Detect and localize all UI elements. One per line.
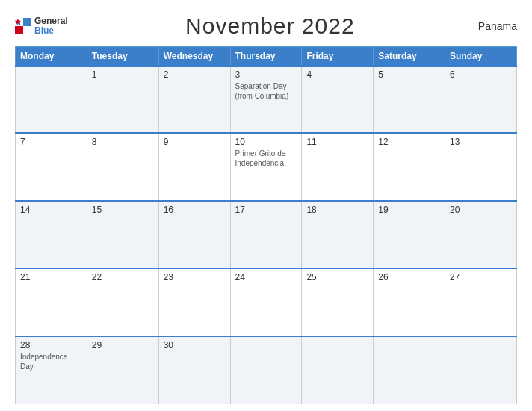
day-number: 27	[450, 272, 512, 282]
cell-w3-d7: 20	[445, 201, 517, 268]
cell-w2-d1: 7	[16, 133, 87, 200]
calendar-table: Monday Tuesday Wednesday Thursday Friday…	[15, 46, 517, 404]
country-label: Panama	[472, 20, 517, 32]
cell-w1-d6: 5	[374, 66, 445, 133]
day-number: 13	[450, 137, 512, 147]
cell-w3-d3: 16	[158, 201, 230, 268]
cell-w2-d5: 11	[302, 133, 374, 200]
cell-w2-d7: 13	[445, 133, 517, 200]
col-tuesday: Tuesday	[87, 47, 158, 67]
day-number: 28	[20, 340, 82, 350]
col-monday: Monday	[16, 47, 87, 67]
svg-rect-3	[23, 26, 31, 34]
holiday-label: Separation Day (from Columbia)	[235, 81, 297, 101]
calendar-header: Monday Tuesday Wednesday Thursday Friday…	[16, 47, 517, 67]
logo: General Blue	[15, 16, 68, 36]
col-saturday: Saturday	[374, 47, 445, 67]
cell-w5-d4	[230, 336, 302, 404]
day-number: 4	[306, 69, 368, 80]
day-number: 21	[20, 272, 82, 282]
day-number: 7	[20, 137, 82, 147]
cell-w4-d6: 26	[374, 268, 445, 336]
day-number: 12	[378, 137, 440, 147]
col-sunday: Sunday	[445, 47, 517, 67]
day-number: 24	[235, 272, 297, 282]
cell-w5-d6	[374, 336, 445, 404]
cell-w5-d5	[302, 336, 374, 404]
holiday-label: Independence Day	[20, 352, 82, 371]
day-number: 2	[164, 69, 226, 80]
day-number: 5	[378, 69, 440, 80]
week-row-5: 28Independence Day2930	[16, 336, 517, 404]
day-number: 8	[92, 137, 154, 147]
cell-w5-d2: 29	[87, 336, 158, 404]
cell-w4-d2: 22	[87, 268, 158, 336]
day-number: 9	[164, 137, 226, 147]
day-number: 1	[92, 69, 154, 80]
day-number: 29	[92, 340, 154, 350]
week-row-2: 78910Primer Grito de Independencia111213	[16, 133, 517, 200]
cell-w3-d6: 19	[374, 201, 445, 268]
svg-rect-2	[15, 26, 23, 34]
cell-w5-d1: 28Independence Day	[16, 336, 87, 404]
day-number: 15	[92, 205, 154, 215]
day-number: 23	[164, 272, 226, 282]
day-number: 18	[306, 205, 368, 215]
col-wednesday: Wednesday	[158, 47, 230, 67]
day-number: 26	[378, 272, 440, 282]
cell-w3-d4: 17	[230, 201, 302, 268]
cell-w1-d7: 6	[445, 66, 517, 133]
week-row-3: 14151617181920	[16, 201, 517, 268]
cell-w4-d4: 24	[230, 268, 302, 336]
holiday-label: Primer Grito de Independencia	[235, 149, 297, 168]
day-number: 17	[235, 205, 297, 215]
calendar-body: 123Separation Day (from Columbia)4567891…	[16, 66, 517, 404]
day-number: 16	[164, 205, 226, 215]
cell-w1-d1	[16, 66, 87, 133]
cell-w4-d3: 23	[158, 268, 230, 336]
cell-w2-d2: 8	[87, 133, 158, 200]
svg-rect-1	[23, 18, 31, 26]
day-number: 11	[306, 137, 368, 147]
day-number: 20	[450, 205, 512, 215]
days-of-week-row: Monday Tuesday Wednesday Thursday Friday…	[16, 47, 517, 67]
day-number: 19	[378, 205, 440, 215]
cell-w1-d2: 1	[87, 66, 158, 133]
cell-w5-d7	[445, 336, 517, 404]
cell-w1-d5: 4	[302, 66, 374, 133]
cell-w2-d3: 9	[158, 133, 230, 200]
cell-w5-d3: 30	[158, 336, 230, 404]
col-friday: Friday	[302, 47, 374, 67]
calendar-title: November 2022	[185, 13, 354, 39]
cell-w4-d5: 25	[302, 268, 374, 336]
col-thursday: Thursday	[230, 47, 302, 67]
cell-w1-d3: 2	[158, 66, 230, 133]
day-number: 25	[306, 272, 368, 282]
page: General Blue November 2022 Panama Monday…	[0, 0, 532, 411]
logo-blue: Blue	[34, 26, 68, 36]
cell-w4-d1: 21	[16, 268, 87, 336]
day-number: 14	[20, 205, 82, 215]
cell-w1-d4: 3Separation Day (from Columbia)	[230, 66, 302, 133]
week-row-1: 123Separation Day (from Columbia)456	[16, 66, 517, 133]
day-number: 30	[164, 340, 226, 350]
logo-flag-icon	[15, 18, 31, 34]
day-number: 10	[235, 137, 297, 147]
header: General Blue November 2022 Panama	[15, 13, 517, 39]
cell-w4-d7: 27	[445, 268, 517, 336]
logo-text: General Blue	[34, 16, 68, 36]
cell-w2-d4: 10Primer Grito de Independencia	[230, 133, 302, 200]
cell-w3-d2: 15	[87, 201, 158, 268]
cell-w3-d5: 18	[302, 201, 374, 268]
day-number: 3	[235, 69, 297, 80]
day-number: 22	[92, 272, 154, 282]
cell-w3-d1: 14	[16, 201, 87, 268]
week-row-4: 21222324252627	[16, 268, 517, 336]
day-number: 6	[450, 69, 512, 80]
cell-w2-d6: 12	[374, 133, 445, 200]
